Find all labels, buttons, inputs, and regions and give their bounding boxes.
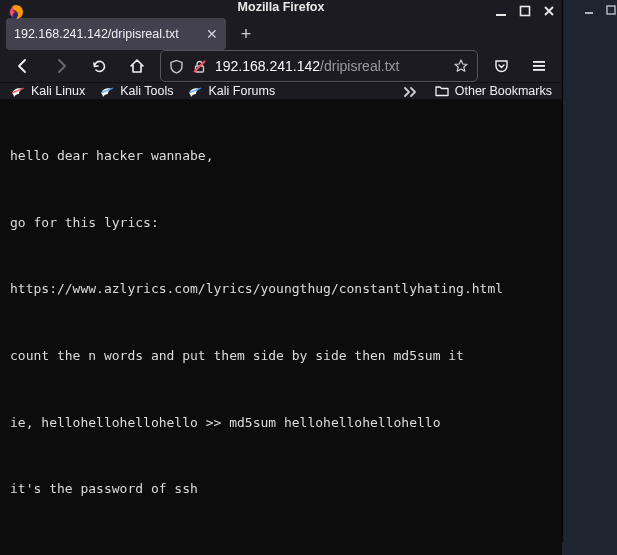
bookmark-label: Kali Forums <box>208 84 275 98</box>
insecure-lock-icon[interactable] <box>192 59 207 74</box>
bookmarks-overflow-icon[interactable] <box>402 84 420 98</box>
kali-dragon-icon <box>10 83 26 99</box>
content-line: ie, hellohellohellohello >> md5sum hello… <box>10 414 552 432</box>
tab-strip: 192.168.241.142/dripisreal.txt ✕ + <box>0 14 562 50</box>
content-line: hello dear hacker wannabe, <box>10 147 552 165</box>
folder-icon <box>434 83 450 99</box>
desktop-minimize-icon[interactable] <box>583 4 595 16</box>
shield-icon[interactable] <box>169 59 184 74</box>
svg-rect-7 <box>533 61 545 63</box>
firefox-window: Mozilla Firefox 192.168.241.142/dripisre… <box>0 0 562 541</box>
pocket-button[interactable] <box>486 51 516 81</box>
content-line: go for this lyrics: <box>10 214 552 232</box>
url-path: /dripisreal.txt <box>320 58 399 74</box>
tab-close-icon[interactable]: ✕ <box>206 26 218 42</box>
app-menu-button[interactable] <box>524 51 554 81</box>
new-tab-button[interactable]: + <box>232 20 260 48</box>
home-button[interactable] <box>122 51 152 81</box>
bookmark-kali-forums[interactable]: Kali Forums <box>187 83 275 99</box>
kali-dragon-icon <box>99 83 115 99</box>
nav-toolbar: 192.168.241.142/dripisreal.txt <box>0 50 562 83</box>
window-controls <box>494 4 556 18</box>
other-bookmarks-label: Other Bookmarks <box>455 84 552 98</box>
reload-button[interactable] <box>84 51 114 81</box>
bookmarks-toolbar: Kali Linux Kali Tools Kali Forums Other … <box>0 83 562 100</box>
content-line: count the n words and put them side by s… <box>10 347 552 365</box>
bookmark-star-icon[interactable] <box>453 58 469 74</box>
window-title: Mozilla Firefox <box>238 0 325 14</box>
svg-rect-0 <box>585 12 593 14</box>
svg-rect-1 <box>607 6 615 14</box>
svg-rect-3 <box>496 14 506 16</box>
browser-tab[interactable]: 192.168.241.142/dripisreal.txt ✕ <box>6 18 226 50</box>
svg-rect-9 <box>533 69 545 71</box>
minimize-button[interactable] <box>494 4 508 18</box>
desktop-maximize-icon[interactable] <box>605 4 617 16</box>
other-bookmarks-button[interactable]: Other Bookmarks <box>434 83 552 99</box>
bookmark-label: Kali Linux <box>31 84 85 98</box>
url-text[interactable]: 192.168.241.142/dripisreal.txt <box>215 58 445 74</box>
close-button[interactable] <box>542 4 556 18</box>
content-line: it's the password of ssh <box>10 480 552 498</box>
page-content: hello dear hacker wannabe, go for this l… <box>0 100 562 555</box>
url-host: 192.168.241.142 <box>215 58 320 74</box>
bookmark-label: Kali Tools <box>120 84 173 98</box>
url-bar[interactable]: 192.168.241.142/dripisreal.txt <box>160 50 478 82</box>
bookmark-kali-tools[interactable]: Kali Tools <box>99 83 173 99</box>
desktop-window-controls <box>583 4 617 16</box>
titlebar: Mozilla Firefox <box>0 0 562 14</box>
svg-rect-8 <box>533 65 545 67</box>
content-line: https://www.azlyrics.com/lyrics/youngthu… <box>10 280 552 298</box>
svg-rect-4 <box>521 7 530 16</box>
firefox-logo-icon <box>8 4 24 20</box>
back-button[interactable] <box>8 51 38 81</box>
forward-button[interactable] <box>46 51 76 81</box>
kali-dragon-icon <box>187 83 203 99</box>
maximize-button[interactable] <box>518 4 532 18</box>
tab-title: 192.168.241.142/dripisreal.txt <box>14 27 200 41</box>
bookmark-kali-linux[interactable]: Kali Linux <box>10 83 85 99</box>
